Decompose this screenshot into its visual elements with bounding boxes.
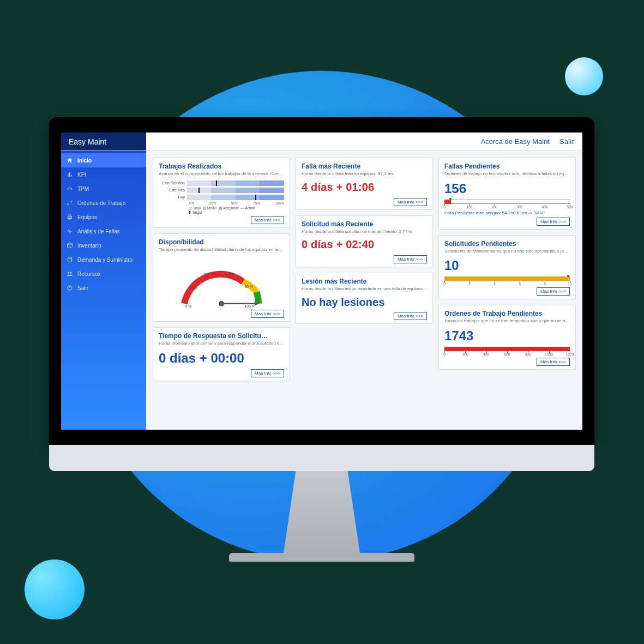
sidebar: Inicio KPI TPM Ordenes de Trabajo xyxy=(61,151,146,430)
metric-value: 0 días + 00:00 xyxy=(159,351,284,366)
card-subtitle: Horas desde la última solicitud de mante… xyxy=(302,229,427,234)
metric-value: No hay lesiones xyxy=(302,296,427,309)
box-icon xyxy=(67,242,73,249)
sidebar-item-label: Inventario xyxy=(77,243,101,249)
people-icon xyxy=(67,270,73,277)
metric-value: 156 xyxy=(444,181,570,196)
more-info-button[interactable]: Más Info >>> xyxy=(251,216,284,224)
svg-point-5 xyxy=(70,272,72,274)
card-title: Ordenes de Trabajo Pendientes xyxy=(444,310,570,317)
sidebar-item-label: Inicio xyxy=(77,158,92,164)
card-trabajos-realizados: Trabajos Realizados Avance en el cumplim… xyxy=(153,158,290,228)
chart-icon xyxy=(67,171,73,178)
sidebar-item-label: Equipos xyxy=(77,214,97,220)
scale-chart: ▼ 0 2 4 6 8 10 xyxy=(444,275,570,285)
sidebar-item-label: Ordenes de Trabajo xyxy=(77,200,125,206)
more-info-button[interactable]: Más Info >>> xyxy=(537,287,570,296)
svg-point-4 xyxy=(68,272,70,274)
svg-text:40 %: 40 % xyxy=(203,273,212,276)
tools-icon xyxy=(67,200,73,206)
card-solicitudes-pendientes: Solicitudes Pendientes Solicitudes de Ma… xyxy=(438,235,576,300)
sidebar-item-salir[interactable]: Salir xyxy=(61,281,146,295)
card-subtitle: Solicitudes de Mantenimiento que no han … xyxy=(444,249,570,254)
card-tiempo-respuesta: Tiempo de Respuesta en Solicitu… Horas p… xyxy=(153,327,290,381)
card-title: Trabajos Realizados xyxy=(159,162,284,170)
sidebar-item-label: TPM xyxy=(77,186,89,192)
card-note: Falla Pendiente más antigua: 54 290,6 Hr… xyxy=(444,210,570,215)
card-title: Solicitud más Reciente xyxy=(302,220,427,228)
db-icon xyxy=(67,256,73,263)
sidebar-item-label: Análisis de Fallas xyxy=(77,228,120,234)
card-title: Disponibilidad xyxy=(159,238,284,246)
more-info-button[interactable]: Más Info >>> xyxy=(394,198,427,206)
sidebar-item-recursos[interactable]: Recursos xyxy=(61,267,146,281)
sidebar-item-demanda[interactable]: Demanda y Suministro xyxy=(61,252,146,267)
svg-text:100 %: 100 % xyxy=(245,304,255,308)
pulse-icon xyxy=(67,228,73,234)
svg-text:20 %: 20 % xyxy=(189,286,198,290)
svg-text:0 %: 0 % xyxy=(185,304,192,308)
scale-chart: 0 200 400 600 800 1000 1200 xyxy=(444,346,570,356)
svg-point-3 xyxy=(68,257,72,259)
card-solicitud-reciente: Solicitud más Reciente Horas desde la úl… xyxy=(296,215,433,268)
card-lesion-reciente: Lesión más Reciente Horas desde la últim… xyxy=(296,273,433,324)
metric-value: 10 xyxy=(444,258,570,273)
sidebar-item-label: KPI xyxy=(77,172,86,178)
power-icon xyxy=(67,285,73,291)
gauge-chart: 0 % 20 % 40 % 60 % 80 % 100 % xyxy=(175,257,268,309)
card-subtitle: Tiempo promedio de disponibilidad diario… xyxy=(159,247,284,252)
card-subtitle: Horas desde la última falla en equipos: … xyxy=(302,171,427,177)
printer-icon xyxy=(67,214,73,220)
sidebar-item-ordenes[interactable]: Ordenes de Trabajo xyxy=(61,196,146,210)
metric-value: 1743 xyxy=(444,328,570,344)
metric-value: 4 días + 01:06 xyxy=(302,181,427,194)
card-subtitle: Horas desde la última lesión reportada e… xyxy=(302,286,427,292)
card-ordenes-pendientes: Ordenes de Trabajo Pendientes Todos los … xyxy=(438,305,576,370)
home-icon xyxy=(67,157,73,164)
card-subtitle: Avance en el cumplimiento de los trabajo… xyxy=(159,171,284,177)
more-info-button[interactable]: Más Info >>> xyxy=(394,255,427,263)
sidebar-item-analisis[interactable]: Análisis de Fallas xyxy=(61,224,146,238)
more-info-button[interactable]: Más Info >>> xyxy=(394,312,427,320)
more-info-button[interactable]: Más Info >>> xyxy=(537,218,570,226)
more-info-button[interactable]: Más Info >>> xyxy=(537,358,570,366)
sidebar-item-tpm[interactable]: TPM xyxy=(61,182,146,196)
sidebar-item-label: Demanda y Suministro xyxy=(77,257,133,263)
scale-chart: ▼ 0 100 200 300 400 50 xyxy=(444,198,570,208)
card-title: Lesión más Reciente xyxy=(302,278,427,285)
svg-text:60 %: 60 % xyxy=(226,273,235,276)
card-subtitle: Órdenes de trabajo no terminadas aún, de… xyxy=(444,171,570,177)
more-info-button[interactable]: Más Info >>> xyxy=(251,369,284,377)
monitor-mockup: Easy Maint Acerca de Easy Maint Salir In… xyxy=(49,117,594,562)
metric-value: 0 días + 02:40 xyxy=(302,238,427,251)
svg-rect-1 xyxy=(69,215,71,216)
sidebar-item-inicio[interactable]: Inicio xyxy=(61,153,146,167)
gauge-icon xyxy=(67,185,73,192)
card-subtitle: Horas promedio esta semana para responde… xyxy=(159,341,284,346)
card-title: Solicitudes Pendientes xyxy=(444,240,570,248)
card-title: Falla más Reciente xyxy=(302,162,427,170)
app-screen: Easy Maint Acerca de Easy Maint Salir In… xyxy=(61,133,582,430)
svg-text:80 %: 80 % xyxy=(245,285,254,288)
brand: Easy Maint xyxy=(61,133,146,151)
sidebar-item-equipos[interactable]: Equipos xyxy=(61,210,146,224)
sidebar-item-label: Recursos xyxy=(77,271,100,277)
sidebar-item-inventario[interactable]: Inventario xyxy=(61,238,146,252)
card-subtitle: Todos los trabajos que no se han termina… xyxy=(444,318,570,324)
card-disponibilidad: Disponibilidad Tiempo promedio de dispon… xyxy=(153,233,290,322)
card-title: Fallas Pendientes xyxy=(444,162,570,170)
link-about[interactable]: Acerca de Easy Maint xyxy=(481,137,550,146)
brand-label: Easy Maint xyxy=(69,137,106,146)
card-fallas-pendientes: Fallas Pendientes Órdenes de trabajo no … xyxy=(438,158,576,230)
sidebar-item-label: Salir xyxy=(77,285,88,291)
topbar: Easy Maint Acerca de Easy Maint Salir xyxy=(61,133,582,151)
sidebar-item-kpi[interactable]: KPI xyxy=(61,167,146,182)
more-info-button[interactable]: Más Info >>> xyxy=(251,310,284,318)
dashboard-content: Trabajos Realizados Avance en el cumplim… xyxy=(146,151,582,430)
card-falla-reciente: Falla más Reciente Horas desde la última… xyxy=(296,158,433,210)
link-logout[interactable]: Salir xyxy=(559,137,574,146)
trabajos-chart: Esta Semana Este Mes Hoy 0% 25% 50% 75% … xyxy=(159,180,284,215)
card-title: Tiempo de Respuesta en Solicitu… xyxy=(159,332,284,340)
